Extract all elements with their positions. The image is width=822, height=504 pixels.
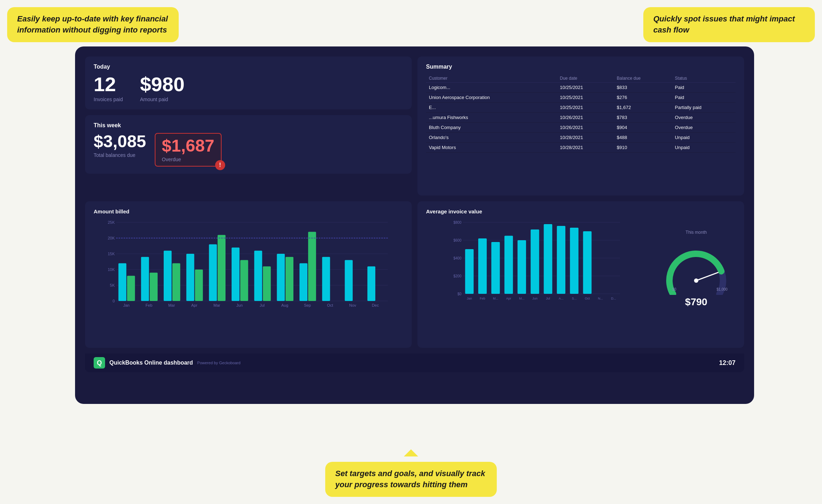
svg-text:15K: 15K (108, 252, 115, 256)
svg-rect-21 (186, 254, 194, 301)
svg-rect-64 (518, 240, 526, 294)
svg-text:Jan: Jan (467, 297, 472, 300)
left-column: Today 12 Invoices paid $980 Amount paid (85, 56, 412, 196)
svg-rect-27 (232, 247, 239, 301)
svg-rect-28 (240, 260, 248, 301)
svg-text:Jul: Jul (546, 297, 550, 300)
week-metrics: $3,085 Total balances due $1,687 Overdue… (94, 133, 403, 167)
dashboard: Today 12 Invoices paid $980 Amount paid (75, 46, 754, 404)
avg-invoice-card: Average invoice value $800$600$400$200$0… (417, 201, 744, 348)
summary-title: Summary (426, 64, 736, 70)
cell-balance: $904 (614, 123, 672, 133)
svg-rect-13 (127, 276, 135, 301)
svg-rect-43 (367, 266, 375, 301)
invoices-label: Invoices paid (94, 97, 123, 102)
footer-title: QuickBooks Online dashboard (109, 360, 193, 366)
callout-top-left: Easily keep up-to-date with key financia… (7, 7, 179, 42)
amount-metric: $980 Amount paid (140, 74, 185, 102)
cell-customer: Orlando's (426, 133, 557, 143)
amount-billed-title: Amount billed (94, 208, 403, 214)
col-status: Status (672, 74, 736, 83)
amount-value: $980 (140, 74, 185, 94)
svg-rect-30 (254, 251, 262, 301)
cell-status: Paid (672, 93, 736, 103)
svg-text:Apr: Apr (506, 297, 511, 300)
svg-text:Jul: Jul (259, 303, 264, 307)
svg-rect-56 (465, 249, 474, 294)
svg-rect-36 (299, 263, 307, 301)
total-label: Total balances due (94, 152, 146, 158)
svg-text:Mar: Mar (168, 303, 175, 307)
svg-rect-66 (531, 229, 539, 294)
avg-invoice-svg: $800$600$400$200$0JanFebM...AprM...JunJu… (426, 219, 650, 312)
svg-text:M...: M... (493, 297, 498, 300)
svg-rect-12 (118, 263, 126, 301)
cell-customer: Vapid Motors (426, 143, 557, 153)
svg-text:Jun: Jun (532, 297, 538, 300)
dashboard-footer: Q QuickBooks Online dashboard Powered by… (85, 354, 744, 372)
invoices-metric: 12 Invoices paid (94, 74, 123, 102)
footer-powered: Powered by Geckoboard (197, 361, 241, 365)
callout-bottom: Set targets and goals, and visually trac… (325, 462, 497, 497)
summary-table: Customer Due date Balance due Status Log… (426, 74, 736, 153)
svg-text:$1,000: $1,000 (717, 287, 728, 291)
svg-text:Jun: Jun (236, 303, 243, 307)
table-row: Union Aerospace Corporation 10/25/2021 $… (426, 93, 736, 103)
svg-rect-62 (504, 236, 513, 294)
cell-due-date: 10/26/2021 (557, 113, 614, 123)
cell-balance: $488 (614, 133, 672, 143)
footer-left: Q QuickBooks Online dashboard Powered by… (94, 357, 241, 369)
cell-due-date: 10/25/2021 (557, 103, 614, 113)
svg-text:10K: 10K (108, 267, 115, 272)
avg-invoice-content: $800$600$400$200$0JanFebM...AprM...JunJu… (426, 219, 736, 319)
table-row: Bluth Company 10/26/2021 $904 Overdue (426, 123, 736, 133)
svg-text:$800: $800 (454, 221, 462, 224)
svg-rect-19 (172, 263, 180, 301)
svg-rect-41 (345, 260, 353, 301)
table-row: E... 10/25/2021 $1,672 Partially paid (426, 103, 736, 113)
cell-balance: $276 (614, 93, 672, 103)
page-wrapper: Easily keep up-to-date with key financia… (0, 0, 822, 504)
amount-label: Amount paid (140, 97, 185, 102)
cell-due-date: 10/25/2021 (557, 93, 614, 103)
cell-balance: $1,672 (614, 103, 672, 113)
amount-billed-card: Amount billed 25K20K15K10K5K0JanFebMarAp… (85, 201, 412, 348)
cell-status: Overdue (672, 113, 736, 123)
table-row: ...umura Fishworks 10/26/2021 $783 Overd… (426, 113, 736, 123)
svg-text:$600: $600 (454, 238, 462, 242)
total-balances: $3,085 Total balances due (94, 133, 146, 158)
cell-customer: ...umura Fishworks (426, 113, 557, 123)
gauge-label: This month (685, 230, 707, 235)
today-metrics: 12 Invoices paid $980 Amount paid (94, 74, 403, 102)
svg-text:$400: $400 (454, 256, 462, 260)
svg-rect-22 (195, 270, 203, 301)
today-title: Today (94, 64, 403, 70)
amount-billed-chart: 25K20K15K10K5K0JanFebMarAprMarJunJulAugS… (94, 219, 403, 312)
svg-text:D...: D... (611, 297, 616, 300)
svg-rect-70 (557, 226, 565, 294)
cell-due-date: 10/25/2021 (557, 83, 614, 93)
svg-text:Oct: Oct (327, 303, 333, 307)
charts-section: Amount billed 25K20K15K10K5K0JanFebMarAp… (85, 201, 744, 348)
cell-due-date: 10/28/2021 (557, 143, 614, 153)
svg-rect-15 (141, 257, 149, 301)
col-customer: Customer (426, 74, 557, 83)
cell-status: Unpaid (672, 133, 736, 143)
overdue-badge: ! (215, 160, 225, 170)
today-card: Today 12 Invoices paid $980 Amount paid (85, 56, 412, 109)
svg-rect-68 (544, 224, 552, 294)
svg-rect-72 (570, 228, 579, 294)
summary-card: Summary Customer Due date Balance due St… (417, 56, 744, 196)
quickbooks-logo: Q (94, 357, 105, 369)
top-section: Today 12 Invoices paid $980 Amount paid (85, 56, 744, 196)
overdue-label: Overdue (162, 157, 214, 162)
invoices-count: 12 (94, 74, 123, 94)
col-balance: Balance due (614, 74, 672, 83)
svg-text:Oct: Oct (585, 297, 590, 300)
svg-text:$0: $0 (672, 287, 677, 291)
cell-customer: Union Aerospace Corporation (426, 93, 557, 103)
svg-text:A...: A... (559, 297, 564, 300)
cell-due-date: 10/26/2021 (557, 123, 614, 133)
gauge-section: This month $0$1,000 $790 (657, 219, 736, 319)
avg-bar-chart: $800$600$400$200$0JanFebM...AprM...JunJu… (426, 219, 650, 319)
